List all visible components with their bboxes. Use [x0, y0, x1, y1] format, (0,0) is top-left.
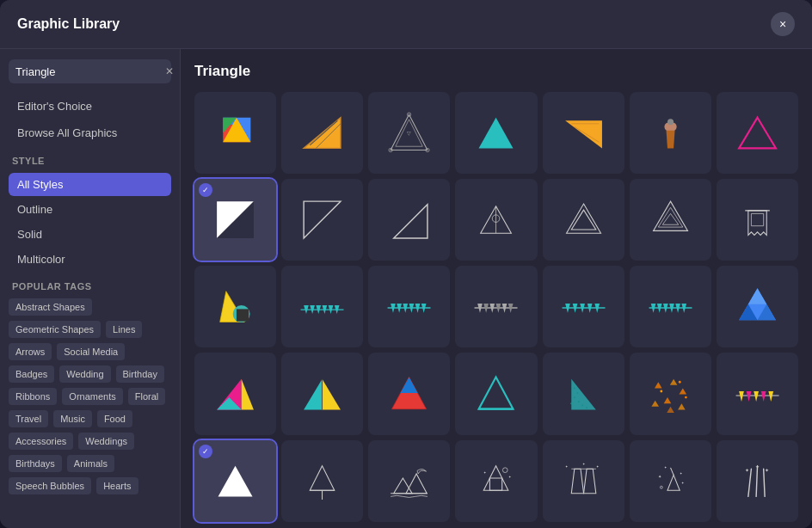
graphic-item[interactable] [630, 92, 711, 174]
tag-abstract-shapes[interactable]: Abstract Shapes [9, 298, 92, 316]
check-badge: ✓ [199, 445, 212, 458]
graphic-item[interactable] [281, 179, 363, 261]
graphic-item[interactable] [543, 353, 624, 434]
svg-marker-110 [747, 390, 752, 401]
graphic-item[interactable]: ✦ ✦ [455, 440, 537, 522]
tag-badges[interactable]: Badges [9, 365, 54, 383]
svg-marker-114 [218, 465, 253, 496]
svg-marker-122 [490, 478, 502, 490]
svg-text:✦: ✦ [755, 464, 760, 470]
svg-text:▽: ▽ [407, 131, 411, 136]
graphic-item[interactable] [194, 266, 276, 347]
svg-marker-102 [663, 397, 671, 403]
style-solid[interactable]: Solid [9, 223, 171, 246]
search-clear-button[interactable]: ✕ [165, 65, 174, 77]
svg-text:✦: ✦ [664, 466, 667, 470]
svg-marker-35 [751, 214, 763, 226]
graphic-item[interactable]: ✓ [194, 179, 276, 261]
graphic-item[interactable] [281, 440, 363, 522]
graphic-item[interactable] [543, 266, 624, 347]
graphic-item[interactable]: ▽ [368, 92, 450, 174]
graphic-item[interactable] [630, 353, 711, 434]
svg-text:✦: ✦ [681, 482, 685, 485]
svg-text:✦: ✦ [582, 463, 586, 466]
style-multicolor[interactable]: Multicolor [9, 248, 171, 271]
graphic-item[interactable] [368, 440, 450, 522]
tag-birthdays[interactable]: Birthdays [9, 455, 62, 472]
graphic-item[interactable] [455, 353, 537, 434]
style-all-styles[interactable]: All Styles [9, 173, 171, 196]
graphic-item[interactable] [455, 179, 537, 261]
tag-accessories[interactable]: Accessories [9, 433, 73, 450]
svg-marker-109 [739, 390, 744, 401]
tag-ornaments[interactable]: Ornaments [62, 388, 122, 405]
tag-geometric-shapes[interactable]: Geometric Shapes [9, 321, 101, 338]
graphic-item[interactable] [543, 92, 624, 174]
svg-text:✦: ✦ [595, 464, 599, 468]
svg-line-139 [748, 469, 752, 496]
tag-wedding[interactable]: Wedding [59, 365, 110, 383]
tag-ribbons[interactable]: Ribbons [9, 388, 57, 405]
tag-hearts[interactable]: Hearts [96, 477, 138, 494]
graphic-item[interactable] [543, 179, 624, 261]
svg-point-123 [503, 467, 508, 472]
tag-speech-bubbles[interactable]: Speech Bubbles [9, 477, 91, 494]
style-outline[interactable]: Outline [9, 198, 171, 221]
sidebar-item-editors-choice[interactable]: Editor's Choice [9, 94, 171, 119]
graphic-item[interactable]: ✦ ✦ ✦ [717, 440, 798, 522]
graphic-item[interactable] [455, 266, 537, 347]
svg-marker-104 [667, 406, 674, 412]
graphic-item[interactable] [281, 266, 363, 347]
svg-point-97 [586, 407, 587, 408]
tag-music[interactable]: Music [53, 410, 92, 427]
graphic-item[interactable] [368, 353, 450, 434]
tag-lines[interactable]: Lines [106, 321, 142, 338]
graphic-item[interactable] [281, 92, 363, 174]
svg-marker-127 [583, 469, 595, 494]
graphic-item[interactable]: ✓ [194, 440, 276, 522]
tag-floral[interactable]: Floral [128, 388, 166, 405]
graphic-item[interactable] [194, 353, 276, 434]
graphic-item[interactable] [630, 266, 711, 347]
tag-weddings[interactable]: Weddings [78, 433, 134, 450]
graphic-item[interactable]: ✦ ✦ ✦ [543, 440, 624, 522]
svg-text:✦: ✦ [484, 470, 488, 475]
svg-text:✦: ✦ [508, 476, 512, 479]
svg-text:✦: ✦ [658, 474, 661, 479]
svg-marker-101 [651, 400, 659, 406]
graphic-item[interactable] [717, 92, 798, 174]
graphic-item[interactable] [368, 266, 450, 347]
svg-marker-16 [565, 120, 602, 148]
svg-marker-34 [662, 214, 679, 225]
svg-point-93 [573, 396, 575, 398]
graphic-item[interactable] [717, 353, 798, 434]
graphic-item[interactable]: ✦ ✦ ✦ ✦ [630, 440, 711, 522]
svg-point-91 [573, 387, 575, 389]
graphic-item[interactable] [717, 179, 798, 261]
tag-birthday[interactable]: Birthday [116, 365, 164, 383]
close-button[interactable]: × [771, 12, 795, 36]
sidebar-item-browse-all[interactable]: Browse All Graphics [9, 120, 171, 145]
graphic-item[interactable] [630, 179, 711, 261]
svg-point-94 [577, 401, 579, 402]
graphics-grid: ▽ [194, 92, 798, 522]
tag-travel[interactable]: Travel [9, 410, 48, 427]
svg-marker-82 [304, 378, 322, 409]
tag-food[interactable]: Food [97, 410, 132, 427]
popular-tags-label: Popular Tags [12, 281, 171, 292]
graphic-item[interactable] [281, 353, 363, 434]
svg-marker-118 [394, 478, 412, 494]
tag-arrows[interactable]: Arrows [9, 343, 52, 360]
graphic-item[interactable] [194, 92, 276, 174]
tag-social-media[interactable]: Social Media [57, 343, 125, 360]
tags-container: Abstract Shapes Geometric Shapes Lines A… [9, 298, 171, 494]
modal-header: Graphic Library × [0, 0, 812, 49]
svg-marker-76 [748, 288, 766, 304]
graphic-item[interactable] [368, 179, 450, 261]
tag-animals[interactable]: Animals [67, 455, 114, 472]
graphic-item[interactable] [717, 266, 798, 347]
graphic-item[interactable] [455, 92, 537, 174]
svg-line-133 [670, 467, 674, 475]
modal-title: Graphic Library [17, 16, 120, 32]
search-input[interactable] [15, 65, 160, 78]
